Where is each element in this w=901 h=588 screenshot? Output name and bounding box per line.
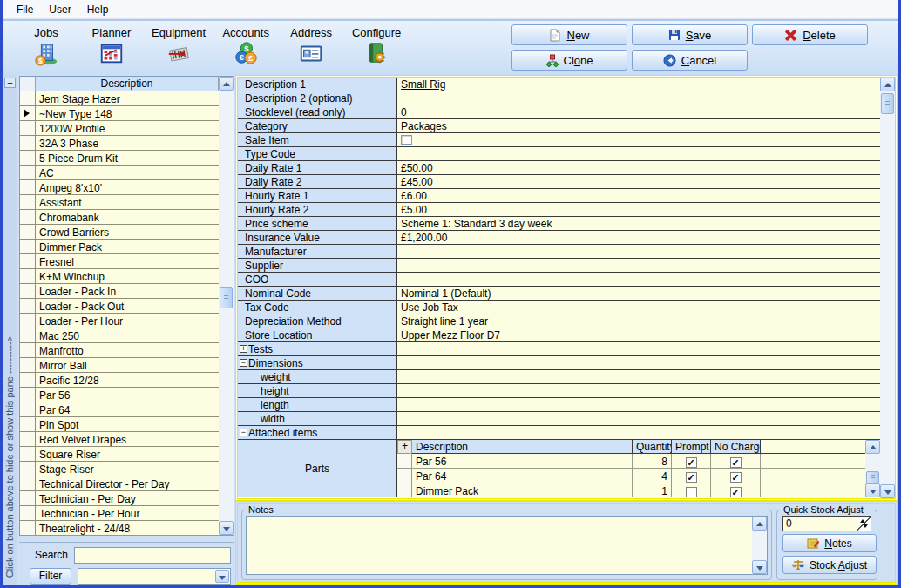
list-item[interactable]: Par 64 bbox=[20, 402, 219, 417]
list-item[interactable]: Mirror Ball bbox=[20, 358, 219, 373]
scroll-up-button[interactable] bbox=[219, 77, 234, 91]
notes-scroll-track[interactable] bbox=[752, 531, 767, 560]
nocharge-checkbox[interactable] bbox=[730, 487, 742, 497]
list-item[interactable]: 32A 3 Phase bbox=[20, 136, 219, 151]
search-input[interactable] bbox=[74, 547, 231, 564]
expander-icon[interactable]: − bbox=[240, 429, 247, 436]
parts-col-nocharge[interactable]: No Charge bbox=[711, 440, 761, 454]
list-item[interactable]: Pacific 12/28 bbox=[20, 373, 219, 388]
filter-button[interactable]: Filter bbox=[30, 568, 71, 585]
parts-scroll-thumb[interactable] bbox=[866, 471, 879, 483]
tool-accounts[interactable]: Accounts $ € £ bbox=[220, 26, 271, 66]
parts-col-description[interactable]: Description bbox=[412, 440, 633, 454]
part-description-cell[interactable]: Par 64 bbox=[412, 469, 633, 483]
grid-scroll-track[interactable] bbox=[880, 91, 895, 484]
list-item[interactable]: Crowd Barriers bbox=[20, 225, 219, 240]
list-item[interactable]: Ampeg 8'x10' bbox=[20, 180, 219, 195]
parts-col-prompt[interactable]: Prompt bbox=[672, 440, 711, 454]
list-item[interactable]: Square Riser bbox=[20, 447, 219, 462]
tool-configure[interactable]: Configure bbox=[351, 26, 402, 66]
parts-grid-row[interactable]: Dimmer Pack 1 bbox=[397, 483, 865, 497]
nocharge-checkbox[interactable] bbox=[730, 457, 742, 468]
part-quantity-cell[interactable]: 1 bbox=[633, 483, 672, 497]
list-item[interactable]: 5 Piece Drum Kit bbox=[20, 151, 219, 166]
grid-scroll-down-button[interactable] bbox=[880, 484, 895, 498]
property-value[interactable]: £6.00 bbox=[397, 189, 880, 203]
list-item[interactable]: Par 56 bbox=[20, 388, 219, 402]
notes-text[interactable] bbox=[248, 518, 751, 572]
new-button[interactable]: New bbox=[511, 24, 627, 45]
list-item[interactable]: AC bbox=[20, 166, 219, 180]
expander-icon[interactable]: + bbox=[240, 345, 247, 353]
list-item[interactable]: Technician - Per Hour bbox=[20, 506, 219, 521]
notes-textbox[interactable] bbox=[246, 516, 768, 575]
property-value[interactable] bbox=[397, 398, 880, 412]
filter-combobox[interactable] bbox=[78, 568, 231, 585]
scroll-thumb[interactable] bbox=[220, 287, 233, 308]
property-value[interactable]: Small Rig bbox=[397, 78, 880, 91]
parts-scroll-track[interactable] bbox=[865, 454, 880, 483]
notes-scroll-up-button[interactable] bbox=[752, 517, 767, 531]
property-value[interactable] bbox=[397, 133, 880, 147]
combobox-dropdown-button[interactable] bbox=[215, 570, 229, 583]
delete-button[interactable]: Delete bbox=[752, 24, 868, 45]
cancel-button[interactable]: Cancel bbox=[632, 50, 748, 71]
notes-button[interactable]: Notes bbox=[782, 534, 877, 552]
list-item[interactable]: Loader - Pack In bbox=[20, 284, 219, 299]
property-value[interactable] bbox=[397, 356, 880, 370]
list-item[interactable]: Technical Director - Per Day bbox=[20, 476, 219, 491]
description-column-header[interactable]: Description bbox=[36, 77, 219, 91]
list-item[interactable]: 1200W Profile bbox=[20, 121, 219, 136]
property-value[interactable] bbox=[397, 91, 880, 105]
part-quantity-cell[interactable]: 8 bbox=[633, 454, 672, 469]
menu-help[interactable]: Help bbox=[79, 1, 117, 18]
tool-address[interactable]: Address bbox=[286, 26, 336, 66]
list-item[interactable]: Assistant bbox=[20, 195, 219, 210]
tool-planner[interactable]: Planner bbox=[86, 26, 137, 66]
property-value[interactable] bbox=[397, 384, 880, 398]
property-value[interactable] bbox=[397, 273, 880, 287]
prompt-checkbox[interactable] bbox=[686, 457, 697, 468]
property-value[interactable]: £50.00 bbox=[397, 161, 880, 175]
stock-adjust-amount-input[interactable] bbox=[782, 516, 857, 531]
property-value[interactable]: £45.00 bbox=[397, 175, 880, 189]
tool-equipment[interactable]: Equipment bbox=[152, 26, 206, 66]
property-value[interactable]: Straight line 1 year bbox=[397, 314, 880, 328]
parts-col-quantity[interactable]: Quantity bbox=[633, 440, 672, 454]
property-value[interactable] bbox=[397, 147, 880, 161]
list-item[interactable]: Mac 250 bbox=[20, 328, 219, 343]
list-item[interactable]: Pin Spot bbox=[20, 417, 219, 432]
spinner-up-down-button[interactable] bbox=[857, 516, 871, 531]
add-part-button[interactable]: + bbox=[397, 440, 412, 454]
property-value[interactable]: Upper Mezz Floor D7 bbox=[397, 328, 880, 342]
property-value[interactable]: Use Job Tax bbox=[397, 301, 880, 314]
property-value[interactable]: Nominal 1 (Default) bbox=[397, 287, 880, 301]
list-item[interactable]: ~New Type 148 bbox=[20, 106, 219, 121]
parts-scroll-down-button[interactable] bbox=[865, 483, 880, 497]
expander-icon[interactable]: − bbox=[240, 359, 247, 367]
property-grid-scrollbar[interactable] bbox=[880, 78, 895, 498]
list-item[interactable]: Jem Stage Hazer bbox=[20, 91, 219, 106]
list-item[interactable]: Fresnel bbox=[20, 254, 219, 269]
list-item[interactable]: Chromabank bbox=[20, 210, 219, 225]
save-button[interactable]: Save bbox=[632, 24, 748, 45]
parts-grid-row[interactable]: Par 64 4 bbox=[397, 469, 865, 483]
notes-scrollbar[interactable] bbox=[752, 517, 767, 574]
menu-user[interactable]: User bbox=[41, 1, 78, 18]
property-value[interactable]: Scheme 1: Standard 3 day week bbox=[397, 217, 880, 231]
collapse-pane-button[interactable]: – bbox=[4, 78, 16, 88]
list-item[interactable]: Theatrelight - 24/48 bbox=[20, 521, 219, 535]
list-item[interactable]: K+M Winchup bbox=[20, 269, 219, 284]
property-value[interactable]: 0 bbox=[397, 105, 880, 119]
parts-grid-row[interactable]: Par 56 8 bbox=[397, 454, 865, 469]
property-value[interactable] bbox=[397, 426, 880, 440]
part-description-cell[interactable]: Dimmer Pack bbox=[412, 483, 633, 497]
parts-scrollbar[interactable] bbox=[865, 440, 880, 497]
scroll-track[interactable] bbox=[219, 91, 234, 521]
menu-file[interactable]: File bbox=[9, 1, 41, 18]
nocharge-checkbox[interactable] bbox=[730, 472, 742, 483]
property-value[interactable]: £5.00 bbox=[397, 203, 880, 217]
property-value[interactable] bbox=[397, 412, 880, 426]
property-value[interactable] bbox=[397, 259, 880, 273]
property-value[interactable] bbox=[397, 342, 880, 356]
